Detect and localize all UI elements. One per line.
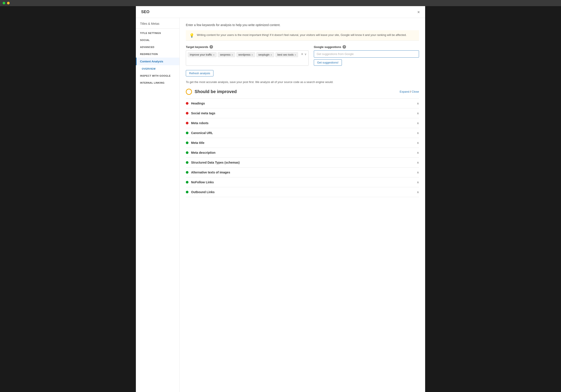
analysis-item-structured-data[interactable]: Structured Data Types (schemas) ∧	[186, 158, 419, 168]
sidebar-item-redirection[interactable]: REDIRECTION	[136, 51, 180, 58]
analysis-item-meta-title[interactable]: Meta title ∧	[186, 138, 419, 148]
close-link[interactable]: Close	[412, 90, 419, 93]
item-label-alt-texts: Alternative texts of images	[191, 170, 417, 174]
chevron-headings-icon: ∧	[417, 102, 419, 105]
keywords-input-box[interactable]: improve your traffic × seopress × wordpr…	[186, 50, 309, 66]
lightbulb-icon: 💡	[189, 33, 194, 38]
keyword-remove-4[interactable]: ×	[270, 53, 272, 56]
chevron-alt-texts-icon: ∧	[417, 170, 419, 174]
intro-text: Enter a few keywords for analysis to hel…	[186, 23, 419, 27]
should-be-improved-text: Should be improved	[194, 89, 237, 94]
keywords-input-controls: ✕ ∨	[301, 52, 307, 56]
main-content: Enter a few keywords for analysis to hel…	[180, 18, 425, 392]
expand-link[interactable]: Expand	[400, 90, 409, 93]
expand-close-controls: Expand / Close	[400, 90, 419, 93]
item-label-nofollow: NoFollow Links	[191, 180, 417, 184]
item-label-meta-title: Meta title	[191, 141, 417, 145]
chevron-social-meta-icon: ∧	[417, 111, 419, 115]
keyword-tag-5: best seo tools ×	[275, 52, 298, 57]
analysis-item-meta-robots[interactable]: Meta robots ∧	[186, 118, 419, 128]
sidebar-item-titles-metas[interactable]: Titles & Metas	[136, 20, 180, 28]
analysis-items-list: Headings ∧ Social meta tags ∧ Meta robot…	[186, 98, 419, 197]
keyword-remove-3[interactable]: ×	[251, 53, 253, 56]
info-banner: 💡 Writing content for your users is the …	[186, 30, 419, 41]
sidebar-item-content-analysis[interactable]: Content Analysis	[136, 58, 180, 65]
sidebar-item-inspect-google[interactable]: INSPECT WITH GOOGLE	[136, 72, 180, 79]
target-keywords-label: Target keywords ?	[186, 45, 309, 49]
sidebar-item-internal-linking[interactable]: INTERNAL LINKING	[136, 79, 180, 86]
chevron-nofollow-icon: ∧	[417, 180, 419, 184]
chevron-meta-title-icon: ∧	[417, 141, 419, 145]
chevron-outbound-icon: ∧	[417, 190, 419, 194]
keywords-right: Google suggestions ? Get suggestions!	[314, 45, 419, 66]
analysis-item-outbound[interactable]: Outbound Links ∧	[186, 187, 419, 197]
analysis-item-alt-texts[interactable]: Alternative texts of images ∧	[186, 168, 419, 177]
expand-keywords-btn[interactable]: ∨	[304, 52, 307, 56]
item-label-meta-desc: Meta description	[191, 151, 417, 154]
modal-title: SEO	[141, 10, 150, 14]
window-chrome	[0, 0, 561, 6]
keywords-left: Target keywords ? improve your traffic ×…	[186, 45, 309, 66]
suggestions-help-icon[interactable]: ?	[343, 45, 346, 49]
keyword-remove-1[interactable]: ×	[213, 53, 215, 56]
item-label-outbound: Outbound Links	[191, 190, 417, 194]
keyword-tag-2: seopress ×	[218, 52, 235, 57]
status-circle-outline	[186, 89, 192, 95]
sidebar: Titles & Metas TITLE SETTINGS SOCIAL ADV…	[136, 18, 180, 392]
chevron-canonical-icon: ∧	[417, 131, 419, 135]
analysis-item-social-meta[interactable]: Social meta tags ∧	[186, 108, 419, 118]
item-label-structured-data: Structured Data Types (schemas)	[191, 161, 417, 164]
chevron-structured-data-icon: ∧	[417, 161, 419, 164]
should-be-improved-header: Should be improved Expand / Close	[186, 89, 419, 95]
keyword-remove-2[interactable]: ×	[231, 53, 233, 56]
analysis-item-headings[interactable]: Headings ∧	[186, 98, 419, 108]
keyword-tag-4: seoplugin ×	[256, 52, 274, 57]
status-dot-nofollow	[186, 181, 188, 183]
status-dot-headings	[186, 102, 188, 105]
keyword-remove-5[interactable]: ×	[294, 53, 296, 56]
modal-body: Titles & Metas TITLE SETTINGS SOCIAL ADV…	[136, 18, 425, 392]
clear-keywords-btn[interactable]: ✕	[301, 52, 303, 56]
status-dot-meta-robots	[186, 122, 188, 124]
sidebar-item-social[interactable]: SOCIAL	[136, 37, 180, 43]
item-label-meta-robots: Meta robots	[191, 121, 417, 125]
sidebar-item-overview[interactable]: OVERVIEW	[136, 65, 180, 72]
google-suggestions-input[interactable]	[314, 50, 419, 58]
status-dot-canonical	[186, 132, 188, 134]
item-label-social-meta: Social meta tags	[191, 111, 417, 115]
keywords-help-icon[interactable]: ?	[209, 45, 213, 49]
save-note: To get the most accurate analysis, save …	[186, 80, 419, 84]
status-dot-meta-desc	[186, 151, 188, 154]
status-dot-structured-data	[186, 161, 188, 164]
status-dot-outbound	[186, 191, 188, 193]
get-suggestions-button[interactable]: Get suggestions!	[314, 59, 342, 66]
keyword-tag-1: improve your traffic ×	[188, 52, 216, 57]
item-label-canonical: Canonical URL	[191, 131, 417, 135]
keyword-tag-3: wordpress ×	[237, 52, 255, 57]
modal-overlay: SEO × Titles & Metas TITLE SETTINGS SOCI…	[136, 6, 425, 392]
chevron-meta-desc-icon: ∧	[417, 151, 419, 154]
keywords-section: Target keywords ? improve your traffic ×…	[186, 45, 419, 66]
sidebar-item-advanced[interactable]: ADVANCED	[136, 43, 180, 51]
modal-header: SEO ×	[136, 6, 425, 18]
analysis-item-canonical[interactable]: Canonical URL ∧	[186, 128, 419, 138]
info-banner-text: Writing content for your users is the mo…	[197, 33, 407, 37]
sidebar-item-title-settings[interactable]: TITLE SETTINGS	[136, 30, 180, 37]
traffic-light-green[interactable]	[3, 2, 5, 4]
item-label-headings: Headings	[191, 102, 417, 105]
status-dot-alt-texts	[186, 171, 188, 174]
analysis-item-nofollow[interactable]: NoFollow Links ∧	[186, 177, 419, 187]
google-suggestions-label: Google suggestions ?	[314, 45, 419, 49]
chevron-meta-robots-icon: ∧	[417, 121, 419, 125]
status-dot-social-meta	[186, 112, 188, 115]
refresh-analysis-button[interactable]: Refresh analysis	[186, 70, 214, 76]
traffic-light-yellow[interactable]	[7, 2, 10, 4]
close-button[interactable]: ×	[417, 10, 420, 14]
status-dot-meta-title	[186, 141, 188, 144]
analysis-item-meta-desc[interactable]: Meta description ∧	[186, 148, 419, 158]
